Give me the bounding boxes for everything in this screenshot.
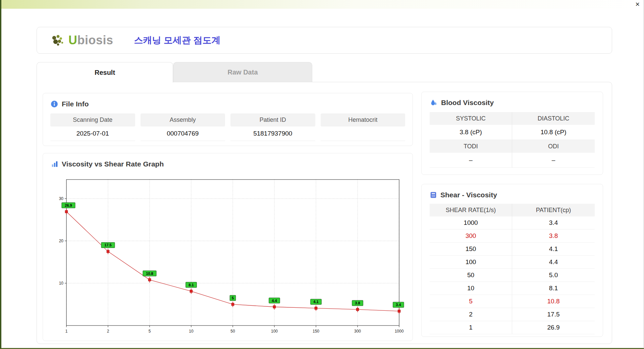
svg-text:17.5: 17.5 <box>104 243 111 247</box>
todi-value: – <box>430 153 512 168</box>
table-icon <box>430 191 437 199</box>
shear-viscosity-table: SHEAR RATE(1/s) PATIENT(cp) 1000 3.4 300… <box>430 204 595 334</box>
svg-text:100: 100 <box>271 329 278 334</box>
svg-text:10: 10 <box>59 281 64 286</box>
odi-value: – <box>512 153 595 168</box>
shear-rate-value: 50 <box>430 269 512 282</box>
field-label: Hematocrit <box>321 113 406 127</box>
diastolic-header: DIASTOLIC <box>512 112 595 125</box>
field-scanning-date: Scanning Date 2025-07-01 <box>50 113 135 141</box>
blood-viscosity-card: Blood Viscosity SYSTOLIC DIASTOLIC 3.8 (… <box>421 92 603 175</box>
shear-rate-value: 100 <box>430 256 512 268</box>
table-row: 150 4.1 <box>430 243 595 256</box>
svg-text:5: 5 <box>232 296 234 300</box>
shear-viscosity-title: Shear - Viscosity <box>430 191 595 199</box>
shear-viscosity-card: Shear - Viscosity SHEAR RATE(1/s) PATIEN… <box>421 184 603 337</box>
field-value: 51817937900 <box>230 127 315 141</box>
systolic-value: 3.8 (cP) <box>430 125 512 140</box>
chart-point <box>65 210 68 213</box>
page-title: 스캐닝 모세관 점도계 <box>134 34 221 46</box>
svg-text:300: 300 <box>354 329 361 334</box>
svg-text:150: 150 <box>313 329 319 334</box>
logo-text: Ubiosis <box>68 33 113 47</box>
shear-rate-value: 150 <box>430 243 512 255</box>
patient-viscosity-value: 4.1 <box>512 243 595 255</box>
svg-text:10.8: 10.8 <box>146 271 153 276</box>
chart-point <box>107 250 109 253</box>
svg-text:26.9: 26.9 <box>65 203 72 207</box>
svg-text:3.8: 3.8 <box>355 301 360 305</box>
svg-text:1000: 1000 <box>395 329 404 334</box>
svg-text:4.1: 4.1 <box>313 300 318 304</box>
shear-rate-value: 2 <box>430 308 512 321</box>
patient-viscosity-value: 26.9 <box>512 321 595 334</box>
field-hematocrit: Hematocrit <box>321 113 406 141</box>
patient-viscosity-value: 3.4 <box>512 216 595 229</box>
blood-viscosity-title-text: Blood Viscosity <box>441 99 494 107</box>
diastolic-value: 10.8 (cP) <box>512 125 595 140</box>
blood-viscosity-title: Blood Viscosity <box>430 99 595 107</box>
chart-point <box>273 306 276 308</box>
tab-raw-data[interactable]: Raw Data <box>173 62 312 82</box>
table-row: 50 5.0 <box>430 269 595 282</box>
field-value <box>321 127 406 141</box>
shear-rate-value: 5 <box>430 295 512 308</box>
logo: Ubiosis <box>50 33 113 47</box>
viscosity-chart: 102030126.9217.5510.8108.15051004.41504.… <box>43 173 407 335</box>
shear-rate-value: 300 <box>430 230 512 242</box>
tab-raw-data-label: Raw Data <box>227 68 258 76</box>
svg-text:4.4: 4.4 <box>272 299 277 303</box>
table-row: 2 17.5 <box>430 308 595 321</box>
graph-card: Viscosity vs Shear Rate Graph 102030126.… <box>43 153 413 341</box>
blood-viscosity-grid: SYSTOLIC DIASTOLIC 3.8 (cP) 10.8 (cP) TO… <box>430 112 595 168</box>
table-row: 5 10.8 <box>430 295 595 308</box>
shear-rate-value: 1 <box>430 321 512 334</box>
svg-text:2: 2 <box>107 329 109 334</box>
info-icon <box>50 100 58 108</box>
shear-viscosity-title-text: Shear - Viscosity <box>440 191 497 199</box>
svg-text:50: 50 <box>230 329 235 334</box>
result-panel: File Info Scanning Date 2025-07-01 Assem… <box>37 82 612 344</box>
table-row: 1000 3.4 <box>430 216 595 230</box>
field-label: Patient ID <box>230 113 315 127</box>
patient-viscosity-value: 4.4 <box>512 256 595 268</box>
graph-title-text: Viscosity vs Shear Rate Graph <box>62 160 164 168</box>
svg-text:5: 5 <box>149 329 151 334</box>
svg-text:20: 20 <box>59 239 64 243</box>
svg-text:1: 1 <box>65 329 68 334</box>
systolic-header: SYSTOLIC <box>430 112 512 125</box>
close-icon[interactable]: × <box>635 0 640 9</box>
field-label: Assembly <box>141 113 225 127</box>
chart-point <box>398 310 400 312</box>
todi-header: TODI <box>430 140 512 153</box>
field-patient-id: Patient ID 51817937900 <box>230 113 315 141</box>
ubiosis-logo-icon <box>50 33 66 47</box>
tab-result-label: Result <box>95 69 115 77</box>
chart-point <box>315 307 317 309</box>
field-value: 2025-07-01 <box>50 127 135 141</box>
table-row: 300 3.8 <box>430 230 595 243</box>
shear-rate-value: 10 <box>430 282 512 295</box>
table-row: 10 8.1 <box>430 282 595 295</box>
svg-text:3.4: 3.4 <box>396 303 401 307</box>
patient-viscosity-value: 10.8 <box>512 295 595 308</box>
patient-viscosity-value: 5.0 <box>512 269 595 282</box>
file-info-fields: Scanning Date 2025-07-01 Assembly 000704… <box>50 113 405 141</box>
field-label: Scanning Date <box>50 113 135 127</box>
svg-text:8.1: 8.1 <box>189 283 194 287</box>
header: Ubiosis 스캐닝 모세관 점도계 <box>37 27 612 54</box>
svg-text:10: 10 <box>189 329 194 334</box>
table-header-row: SHEAR RATE(1/s) PATIENT(cp) <box>430 204 595 216</box>
patient-column-header: PATIENT(cp) <box>512 204 595 216</box>
patient-viscosity-value: 17.5 <box>512 308 595 321</box>
svg-text:30: 30 <box>59 196 64 201</box>
graph-title: Viscosity vs Shear Rate Graph <box>43 160 413 168</box>
window-titlebar: × <box>1 0 644 9</box>
bar-chart-icon <box>51 160 58 168</box>
shear-rate-value: 1000 <box>430 216 512 229</box>
patient-viscosity-value: 3.8 <box>512 230 595 242</box>
chart-point <box>356 308 359 311</box>
table-row: 100 4.4 <box>430 256 595 269</box>
odi-header: ODI <box>512 140 595 153</box>
tab-result[interactable]: Result <box>37 62 173 83</box>
